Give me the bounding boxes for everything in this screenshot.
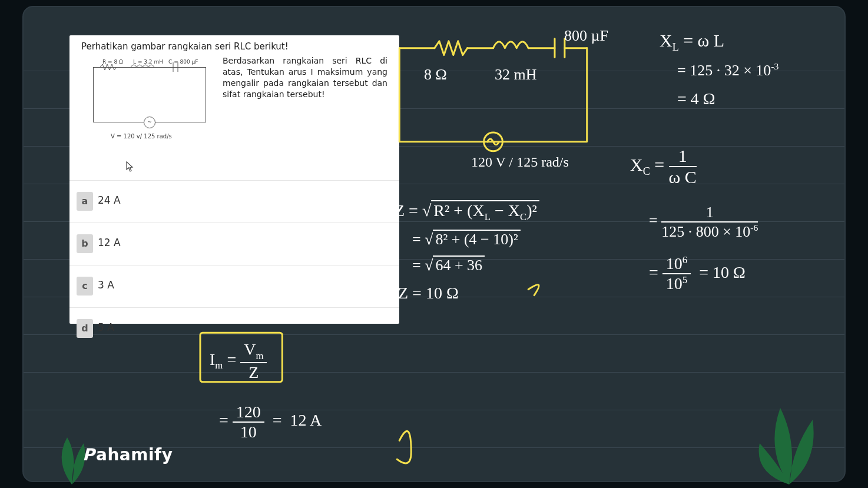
option-b[interactable]: b 12 A xyxy=(69,226,399,264)
ruled-line xyxy=(24,410,844,410)
hw-z-4: Z = 10 Ω xyxy=(398,284,459,303)
hw-z-3: = √64 + 36 xyxy=(412,257,485,274)
option-text: 5 A xyxy=(98,321,114,333)
hw-xc-3: = 106105 = 10 Ω xyxy=(649,254,746,294)
hw-im-2: = 12010 = 12 A xyxy=(219,403,322,441)
cursor-icon xyxy=(126,161,134,172)
brand-text: ahamify xyxy=(96,445,173,464)
hw-c-value: 800 µF xyxy=(564,27,608,45)
opt-separator xyxy=(69,265,399,265)
problem-circuit-diagram: R = 8 Ω L = 3,2 mH C = 800 μF ~ xyxy=(87,55,211,126)
hw-z-2: = √8² + (4 − 10)² xyxy=(412,231,521,248)
hw-xl-2: = 125 · 32 × 10-3 xyxy=(677,61,778,79)
problem-instruction: Berdasarkan rangkaian seri RLC di atas, … xyxy=(223,55,387,100)
opt-separator xyxy=(69,223,399,223)
option-label: a xyxy=(77,192,93,211)
hw-xc-1: XC = 1ω C xyxy=(630,146,697,187)
hw-v-value: 120 V / 125 rad/s xyxy=(471,154,569,170)
option-text: 24 A xyxy=(98,194,121,206)
ruled-line xyxy=(24,372,844,373)
svg-point-0 xyxy=(484,132,503,151)
hw-xc-2: = 1125 · 800 × 10-6 xyxy=(649,204,758,241)
problem-title: Perhatikan gambar rangkaian seri RLC ber… xyxy=(81,41,289,52)
option-a[interactable]: a 24 A xyxy=(69,184,399,221)
option-text: 12 A xyxy=(98,237,121,248)
opt-separator xyxy=(69,180,399,181)
brand-logo: Pahamify xyxy=(82,445,173,464)
diagram-label-v: V = 120 v/ 125 rad/s xyxy=(111,133,172,140)
problem-card: Perhatikan gambar rangkaian seri RLC ber… xyxy=(69,35,399,324)
option-label: d xyxy=(77,319,93,338)
hw-im-1: Im = VmZ xyxy=(210,340,267,382)
whiteboard-frame: Perhatikan gambar rangkaian seri RLC ber… xyxy=(22,6,846,482)
option-label: c xyxy=(77,277,93,296)
hw-z-1: Z = √R² + (XL − XC)² xyxy=(395,201,539,223)
option-c[interactable]: c 3 A xyxy=(69,268,399,306)
option-label: b xyxy=(77,234,93,253)
app-stage: Perhatikan gambar rangkaian seri RLC ber… xyxy=(0,0,868,488)
hw-l-value: 32 mH xyxy=(495,66,537,84)
diagram-source: ~ xyxy=(144,117,155,128)
leaf-decoration-right xyxy=(748,379,830,484)
hw-r-value: 8 Ω xyxy=(424,66,447,84)
opt-separator xyxy=(69,307,399,308)
option-text: 3 A xyxy=(98,279,114,291)
hw-xl-3: = 4 Ω xyxy=(677,89,715,108)
hw-xl-1: XL = ω L xyxy=(660,31,724,54)
